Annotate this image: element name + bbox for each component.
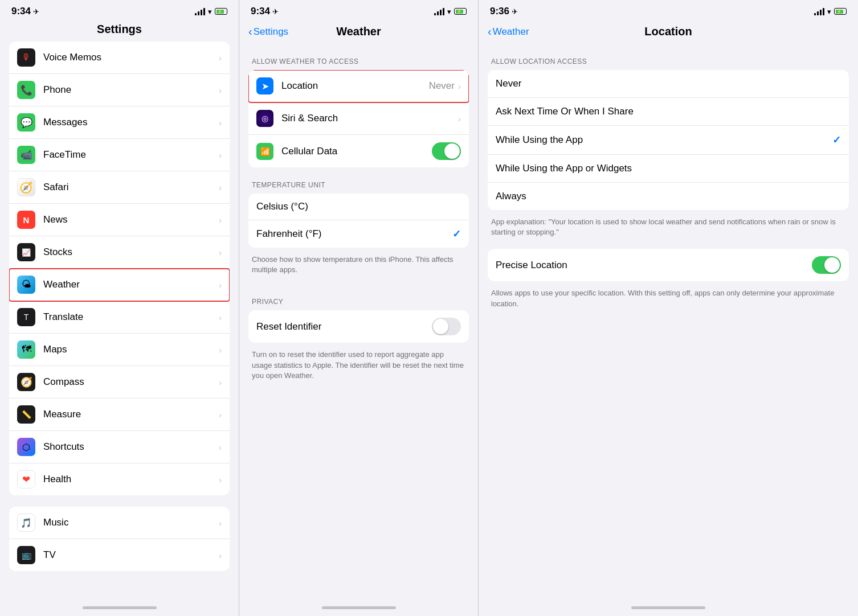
- option-while-using-widgets[interactable]: While Using the App or Widgets: [488, 155, 849, 183]
- chevron-compass: ›: [219, 377, 222, 387]
- celsius-row[interactable]: Celsius (°C): [248, 194, 469, 220]
- settings-row-compass[interactable]: 🧭 Compass ›: [9, 366, 230, 399]
- icon-stocks: 📈: [17, 243, 35, 261]
- wifi-icon-left: ▾: [208, 7, 212, 16]
- status-icons-right: ▾ ⚡: [814, 7, 847, 16]
- status-bar-right: 9:36 ✈ ▾ ⚡: [479, 0, 858, 20]
- battery-icon-left: ⚡: [215, 8, 227, 15]
- reset-identifier-label: Reset Identifier: [256, 321, 432, 332]
- option-never[interactable]: Never: [488, 70, 849, 98]
- siri-search-row[interactable]: ◎ Siri & Search ›: [248, 102, 469, 135]
- icon-measure: 📏: [17, 405, 35, 424]
- chevron-translate: ›: [219, 313, 222, 322]
- temperature-group: Celsius (°C) Fahrenheit (°F) ✓: [248, 194, 469, 248]
- settings-row-facetime[interactable]: 📹 FaceTime ›: [9, 139, 230, 171]
- battery-icon-middle: ⚡: [454, 8, 467, 15]
- status-icons-middle: ▾ ⚡: [434, 7, 467, 16]
- home-indicator-left: [83, 606, 157, 609]
- settings-row-phone[interactable]: 📞 Phone ›: [9, 74, 230, 106]
- icon-safari: 🧭: [17, 178, 35, 196]
- nav-bar-left: Settings: [0, 20, 239, 42]
- page-title-right: Location: [644, 25, 692, 38]
- label-compass: Compass: [43, 376, 219, 388]
- settings-group-secondary: 🎵 Music › 📺 TV ›: [9, 507, 230, 571]
- label-safari: Safari: [43, 182, 219, 193]
- wifi-icon-middle: ▾: [447, 7, 451, 16]
- icon-phone: 📞: [17, 81, 35, 99]
- label-maps: Maps: [43, 344, 219, 355]
- precise-location-toggle[interactable]: [812, 256, 841, 274]
- icon-siri-row: ◎: [256, 110, 273, 127]
- settings-row-translate[interactable]: T Translate ›: [9, 301, 230, 334]
- section-header-allow: ALLOW WEATHER TO ACCESS: [248, 46, 469, 70]
- cellular-toggle[interactable]: [432, 142, 461, 160]
- status-bar-middle: 9:34 ✈ ▾ ⚡: [239, 0, 478, 20]
- settings-row-stocks[interactable]: 📈 Stocks ›: [9, 236, 230, 269]
- icon-tv: 📺: [17, 546, 35, 564]
- option-always[interactable]: Always: [488, 183, 849, 210]
- back-label-right: Weather: [493, 26, 529, 38]
- reset-identifier-row[interactable]: Reset Identifier: [248, 310, 469, 343]
- chevron-maps: ›: [219, 345, 222, 355]
- location-arrow-left: ✈: [33, 7, 39, 16]
- chevron-tv: ›: [219, 551, 222, 560]
- settings-row-measure[interactable]: 📏 Measure ›: [9, 399, 230, 431]
- icon-compass: 🧭: [17, 373, 35, 391]
- nav-bar-middle: ‹ Settings Weather: [239, 20, 478, 46]
- reset-identifier-toggle[interactable]: [432, 318, 461, 335]
- cellular-data-row[interactable]: 📶 Cellular Data: [248, 135, 469, 167]
- icon-messages: 💬: [17, 113, 35, 132]
- label-while-using-widgets: While Using the App or Widgets: [496, 163, 841, 174]
- cellular-data-label: Cellular Data: [281, 146, 432, 157]
- cellular-toggle-knob: [444, 143, 460, 159]
- settings-row-safari[interactable]: 🧭 Safari ›: [9, 171, 230, 204]
- nav-with-back-right: ‹ Weather Location: [488, 23, 849, 40]
- settings-row-news[interactable]: N News ›: [9, 204, 230, 236]
- nav-with-back-middle: ‹ Settings Weather: [248, 23, 469, 40]
- left-panel: 9:34 ✈ ▾ ⚡ Settings 🎙: [0, 0, 239, 616]
- icon-voice-memos: 🎙: [17, 48, 35, 67]
- settings-row-shortcuts[interactable]: ⬡ Shortcuts ›: [9, 431, 230, 463]
- precise-location-group: Precise Location: [488, 249, 849, 281]
- settings-row-voice-memos[interactable]: 🎙 Voice Memos ›: [9, 42, 230, 74]
- label-health: Health: [43, 474, 219, 485]
- middle-content: ALLOW WEATHER TO ACCESS ➤ Location Never…: [239, 46, 478, 602]
- settings-row-music[interactable]: 🎵 Music ›: [9, 507, 230, 539]
- chevron-weather: ›: [219, 280, 222, 290]
- nav-bar-right: ‹ Weather Location: [479, 20, 858, 46]
- precise-location-label: Precise Location: [496, 260, 812, 271]
- icon-weather: 🌤: [17, 276, 35, 294]
- chevron-measure: ›: [219, 410, 222, 420]
- option-while-using[interactable]: While Using the App ✓: [488, 126, 849, 155]
- right-panel: 9:36 ✈ ▾ ⚡ ‹ Weather Location: [479, 0, 858, 616]
- precise-location-knob: [824, 257, 840, 273]
- settings-row-weather[interactable]: 🌤 Weather ›: [9, 269, 230, 301]
- settings-row-maps[interactable]: 🗺 Maps ›: [9, 334, 230, 366]
- app-explanation: App explanation: "Your location is used …: [488, 212, 849, 249]
- chevron-news: ›: [219, 215, 222, 225]
- back-button-middle[interactable]: ‹ Settings: [248, 25, 288, 38]
- location-row[interactable]: ➤ Location Never ›: [248, 70, 469, 102]
- chevron-messages: ›: [219, 118, 222, 128]
- label-ask-next: Ask Next Time Or When I Share: [496, 106, 841, 117]
- settings-row-tv[interactable]: 📺 TV ›: [9, 539, 230, 571]
- back-button-right[interactable]: ‹ Weather: [488, 25, 529, 38]
- status-icons-left: ▾ ⚡: [195, 7, 227, 16]
- time-right: 9:36: [490, 6, 509, 17]
- settings-list: 🎙 Voice Memos › 📞 Phone › 💬 Messages ›: [0, 42, 239, 602]
- signal-icon-middle: [434, 8, 444, 15]
- icon-news: N: [17, 211, 35, 229]
- fahrenheit-row[interactable]: Fahrenheit (°F) ✓: [248, 220, 469, 248]
- settings-row-messages[interactable]: 💬 Messages ›: [9, 106, 230, 139]
- settings-group-main: 🎙 Voice Memos › 📞 Phone › 💬 Messages ›: [9, 42, 230, 495]
- chevron-stocks: ›: [219, 248, 222, 257]
- siri-search-chevron: ›: [458, 114, 461, 124]
- settings-row-health[interactable]: ❤ Health ›: [9, 463, 230, 495]
- section-header-privacy: PRIVACY: [248, 286, 469, 310]
- option-ask-next[interactable]: Ask Next Time Or When I Share: [488, 98, 849, 126]
- label-music: Music: [43, 517, 219, 528]
- signal-icon-left: [195, 8, 205, 15]
- page-title-middle: Weather: [336, 25, 381, 38]
- label-measure: Measure: [43, 409, 219, 420]
- precise-location-row[interactable]: Precise Location: [488, 249, 849, 281]
